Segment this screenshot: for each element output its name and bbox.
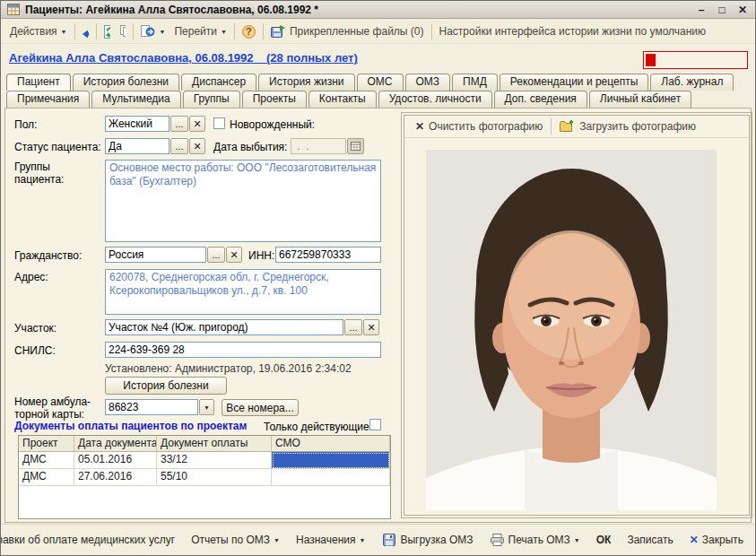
card-number-dropdown-button[interactable]: ▼ [199, 399, 214, 415]
status-input[interactable] [105, 138, 169, 154]
inn-label: ИНН: [248, 249, 274, 262]
col-smo[interactable]: СМО [272, 436, 390, 452]
clear-photo-button[interactable]: ✕ Очистить фотографию [410, 118, 548, 135]
pay-docs-table[interactable]: Проект Дата документа Документ оплаты СМ… [18, 435, 391, 519]
patient-name-link[interactable]: Агейкина Алла Святославовна, 06.08.1992 … [9, 51, 358, 65]
payment-certificates-button[interactable]: Справки об оплате медицинских услуг [0, 531, 180, 549]
inn-input[interactable] [275, 247, 381, 263]
tab-contacts[interactable]: Контакты [308, 91, 377, 108]
only-active-checkbox[interactable] [369, 419, 381, 430]
tab-multimedia[interactable]: Мультимедиа [91, 91, 180, 108]
attached-files-icon [271, 24, 286, 39]
minimize-button[interactable]: – [693, 4, 709, 16]
card-number-input[interactable] [105, 399, 198, 415]
all-numbers-button[interactable]: Все номера... [222, 399, 299, 416]
sector-select-button[interactable]: ... [344, 319, 362, 335]
important-marker-field[interactable] [643, 51, 748, 69]
actions-label: Действия [10, 25, 57, 38]
cell-pay-doc[interactable]: 55/10 [157, 469, 272, 486]
cell-smo-selected[interactable] [272, 452, 390, 469]
only-active-label: Только действующие [264, 421, 369, 433]
table-row[interactable]: ДМС 27.06.2016 55/10 [19, 469, 390, 486]
upload-photo-button[interactable]: Загрузить фотографию [554, 117, 701, 135]
tab-projects[interactable]: Проекты [242, 91, 307, 108]
actions-menu[interactable]: Действия ▼ [5, 23, 72, 39]
address-label: Адрес: [14, 271, 48, 283]
gender-input[interactable] [105, 116, 169, 132]
tab-disease-history[interactable]: История болезни [73, 74, 179, 91]
toolbar-separator [96, 23, 97, 39]
tab-personal-cabinet[interactable]: Личный кабинет [589, 91, 691, 108]
col-project[interactable]: Проект [19, 436, 74, 452]
reread-button[interactable] [78, 24, 93, 39]
ok-label: ОК [596, 534, 612, 546]
ok-button[interactable]: ОК [591, 531, 617, 549]
tab-lab-journal[interactable]: Лаб. журнал [650, 74, 734, 91]
omz-export-button[interactable]: Выгрузка ОМЗ [376, 530, 478, 550]
citizenship-input[interactable] [105, 247, 206, 263]
toolbar-separator [263, 23, 264, 39]
tab-omz[interactable]: ОМЗ [405, 74, 451, 91]
tab-recommendations[interactable]: Рекомендации и рецепты [500, 74, 648, 91]
upload-folder-icon [560, 119, 575, 134]
tab-patient[interactable]: Пациент [6, 74, 71, 91]
citizenship-clear-button[interactable]: ✕ [226, 247, 242, 263]
life-history-settings-button[interactable]: Настройки интерфейса истории жизни по ум… [435, 23, 711, 39]
snils-input[interactable] [105, 342, 381, 358]
tab-life-history[interactable]: История жизни [258, 74, 354, 91]
tab-identity-docs[interactable]: Удостов. личности [378, 91, 492, 108]
appointments-menu[interactable]: Назначения ▼ [291, 531, 370, 549]
cell-pay-doc[interactable]: 33/12 [157, 452, 272, 469]
cell-project[interactable]: ДМС [19, 452, 74, 469]
photo-groupbox-inner: ✕ Очистить фотографию Загрузить фотограф… [404, 115, 750, 516]
newborn-checkbox[interactable] [213, 117, 225, 129]
close-button[interactable]: ✕ [734, 4, 751, 16]
table-row[interactable]: ДМС 05.01.2016 33/12 [19, 452, 390, 469]
toolbar-separator [551, 118, 552, 135]
tab-extra-info[interactable]: Доп. сведения [494, 91, 587, 108]
chevron-down-icon: ▼ [360, 537, 366, 543]
citizenship-select-button[interactable]: ... [207, 247, 225, 263]
omz-reports-menu[interactable]: Отчеты по ОМЗ ▼ [186, 531, 285, 549]
sector-clear-button[interactable]: ✕ [363, 319, 379, 335]
status-select-button[interactable]: ... [170, 138, 188, 154]
omz-reports-label: Отчеты по ОМЗ [191, 534, 270, 546]
refresh-button[interactable] [100, 24, 115, 39]
tab-groups[interactable]: Группы [183, 91, 240, 108]
cell-smo[interactable] [272, 469, 390, 486]
tab-oms[interactable]: ОМС [357, 74, 404, 91]
cell-project[interactable]: ДМС [19, 469, 74, 486]
tab-dispensary[interactable]: Диспансер [181, 74, 256, 91]
cell-doc-date[interactable]: 05.01.2016 [74, 452, 157, 469]
patient-groups-field[interactable]: Основное место работы: ООО "Лесозаготови… [105, 160, 381, 242]
appointments-label: Назначения [296, 534, 356, 546]
attached-files-button[interactable]: Прикрепленные файлы (0) [266, 22, 429, 40]
help-button[interactable]: ? [238, 23, 260, 40]
goto-menu[interactable]: Перейти ▼ [169, 23, 231, 39]
open-related-menu[interactable]: ▼ [136, 22, 170, 40]
calendar-icon [351, 142, 361, 151]
leave-date-input[interactable] [291, 138, 346, 154]
maximize-button[interactable]: □ [714, 4, 730, 16]
calendar-button[interactable] [347, 138, 364, 154]
tab-pmd[interactable]: ПМД [452, 74, 498, 91]
close-form-button[interactable]: ✕ Закрыть [684, 531, 749, 549]
gender-select-button[interactable]: ... [170, 116, 188, 132]
disease-history-button[interactable]: История болезни [105, 377, 227, 395]
patient-photo[interactable] [426, 150, 717, 510]
sector-input[interactable] [105, 319, 343, 335]
status-clear-button[interactable]: ✕ [189, 138, 205, 154]
settings-label: Настройки интерфейса истории жизни по ум… [439, 25, 707, 38]
omz-print-menu[interactable]: Печать ОМЗ ▼ [484, 530, 586, 550]
chevron-down-icon: ▼ [221, 29, 227, 35]
title-bar: Пациенты: Агейкина Алла Святославовна, 0… [1, 1, 755, 19]
copy-new-button[interactable] [115, 24, 130, 39]
cell-doc-date[interactable]: 27.06.2016 [74, 469, 157, 486]
newborn-label: Новорожденный: [230, 118, 315, 131]
col-pay-doc[interactable]: Документ оплаты [157, 436, 272, 452]
col-doc-date[interactable]: Дата документа [74, 436, 157, 452]
gender-clear-button[interactable]: ✕ [189, 116, 205, 132]
save-button[interactable]: Записать [621, 531, 678, 549]
address-field[interactable]: 620078, Среднегорская обл, г. Среднегорс… [105, 269, 381, 315]
tab-notes[interactable]: Примечания [6, 91, 90, 108]
